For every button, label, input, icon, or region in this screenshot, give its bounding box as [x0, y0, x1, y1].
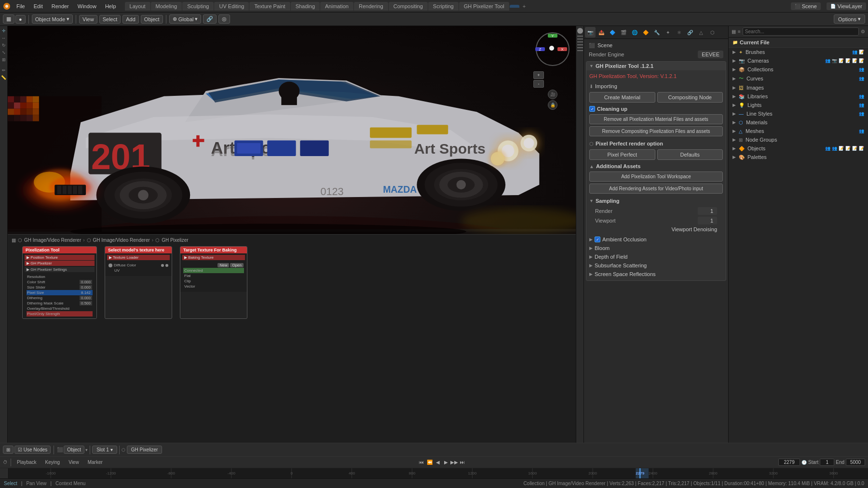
- cleaning-checkbox[interactable]: ✓: [589, 106, 595, 112]
- editor-type-icon[interactable]: ⊞: [3, 446, 14, 454]
- viewport[interactable]: 201 Art Sports Art Sports MAZDA: [8, 26, 576, 234]
- dof-header[interactable]: ▶ Depth of Field: [589, 252, 723, 261]
- viewport-denoising-btn[interactable]: Viewport Denoising: [671, 226, 717, 232]
- remove-compositing-btn[interactable]: Remove Compositing Pixelization Files an…: [589, 126, 723, 136]
- additional-assets-header[interactable]: ▲ Additional Assets: [589, 162, 723, 171]
- tab-gh-pixelizer-tool[interactable]: [510, 5, 519, 8]
- transform-tool-icon[interactable]: ⊞: [1, 57, 7, 63]
- properties-constraints-icon[interactable]: 🔗: [685, 27, 695, 38]
- cleaning-header[interactable]: ✓ Cleaning up: [589, 105, 723, 113]
- properties-scene-icon[interactable]: 🎬: [618, 27, 629, 38]
- properties-data-icon[interactable]: △: [696, 27, 706, 38]
- sidebar-toggle-btn[interactable]: [577, 28, 583, 34]
- sidebar-icon-4[interactable]: [577, 44, 583, 45]
- create-material-btn[interactable]: Create Material: [589, 92, 655, 103]
- outliner-meshes[interactable]: ▶ △ Meshes 👥: [729, 127, 868, 135]
- properties-output-icon[interactable]: 📤: [596, 27, 607, 38]
- pixel-perfect-btn[interactable]: Pixel Perfect: [589, 149, 655, 160]
- filter-icon[interactable]: ≡: [738, 29, 741, 34]
- play-pause-btn[interactable]: ▶: [442, 459, 450, 466]
- ao-checkbox[interactable]: ✓: [595, 237, 600, 242]
- path-segment-1[interactable]: GH Image/Video Renderer: [24, 237, 81, 243]
- outliner-palettes[interactable]: ▶ 🎨 Palettes: [729, 153, 868, 161]
- tab-uv-editing[interactable]: UV Editing: [214, 2, 249, 11]
- gizmo-x-axis[interactable]: X: [557, 47, 567, 51]
- timeline-editor-icon[interactable]: ⏱: [3, 460, 8, 465]
- path-segment-2[interactable]: GH Image/Video Renderer: [93, 237, 150, 243]
- tab-shading[interactable]: Shading: [291, 2, 320, 11]
- zoom-out-btn[interactable]: -: [533, 80, 544, 88]
- view-menu[interactable]: View: [66, 459, 82, 465]
- gizmo-y-axis[interactable]: Y: [548, 34, 557, 38]
- ssr-header[interactable]: ▶ Screen Space Reflections: [589, 270, 723, 278]
- menu-help[interactable]: Help: [101, 2, 120, 10]
- node-pixelization-tool[interactable]: Pixelization Tool ▶ Position Texture ▶ G…: [22, 246, 97, 319]
- view-btn[interactable]: View: [79, 15, 97, 24]
- sss-header[interactable]: ▶ Subsurface Scattering: [589, 261, 723, 270]
- viewport-shading-btn[interactable]: ●: [15, 15, 26, 24]
- start-frame-input[interactable]: 1: [820, 459, 834, 466]
- cursor-tool-icon[interactable]: ✛: [1, 28, 7, 34]
- render-value[interactable]: 1: [698, 207, 717, 215]
- menu-render[interactable]: Render: [48, 2, 73, 10]
- tab-layout[interactable]: Layout: [125, 2, 150, 11]
- scale-tool-icon[interactable]: ⤡: [1, 50, 7, 55]
- sampling-header[interactable]: ▼ Sampling: [589, 197, 723, 205]
- move-tool-icon[interactable]: ↔: [1, 35, 7, 41]
- outliner-node-groups[interactable]: ▶ ⊞ Node Groups: [729, 135, 868, 144]
- view-layer-selector[interactable]: 📄 ViewLayer: [827, 2, 866, 10]
- rotate-tool-icon[interactable]: ↻: [1, 42, 7, 48]
- properties-modifiers-icon[interactable]: 🔧: [651, 27, 662, 38]
- tab-compositing[interactable]: Compositing: [389, 2, 428, 11]
- marker-menu[interactable]: Marker: [85, 459, 106, 465]
- gizmo-center[interactable]: [549, 46, 554, 51]
- lock-camera-btn[interactable]: 🔒: [548, 100, 557, 110]
- tab-modeling[interactable]: Modeling: [151, 2, 182, 11]
- outliner-filter-icon[interactable]: ⚙: [861, 29, 865, 34]
- viewport-value[interactable]: 1: [698, 217, 717, 224]
- transform-global-selector[interactable]: ⊕ Global ▾: [169, 14, 202, 24]
- outliner-libraries[interactable]: ▶ 📚 Libraries 👥: [729, 92, 868, 101]
- object-mode-selector[interactable]: Object Mode ▾: [32, 14, 73, 24]
- playback-menu[interactable]: Playback: [14, 459, 40, 465]
- measure-tool-icon[interactable]: 📏: [1, 75, 7, 80]
- outliner-line-styles[interactable]: ▶ — Line Styles 👥: [729, 109, 868, 118]
- outliner-materials[interactable]: ▶ ⬡ Materials: [729, 118, 868, 127]
- timeline-ruler[interactable]: -1600 -1200 -800 -400 0 400 800 1200: [8, 468, 868, 478]
- sidebar-icon-1[interactable]: [577, 36, 583, 37]
- add-btn[interactable]: Add: [122, 15, 139, 24]
- material-name[interactable]: GH Pixelizer: [127, 446, 163, 454]
- proportional-edit-btn[interactable]: ◎: [218, 14, 230, 24]
- zoom-in-btn[interactable]: +: [533, 71, 544, 79]
- options-button[interactable]: Options ▾: [834, 14, 865, 24]
- render-engine-value[interactable]: EEVEE: [698, 51, 723, 58]
- current-frame-display[interactable]: 2279: [778, 459, 800, 466]
- path-segment-3[interactable]: GH Pixelizer: [162, 237, 189, 243]
- scene-selector[interactable]: ⬛ Scene: [791, 2, 821, 10]
- outliner-lights[interactable]: ▶ 💡 Lights 👥: [729, 101, 868, 109]
- sidebar-icon-6[interactable]: [577, 50, 583, 51]
- remove-all-btn[interactable]: Remove all Pixelization Material Files a…: [589, 114, 723, 124]
- step-back-btn[interactable]: ◀: [434, 459, 442, 466]
- ambient-occlusion-header[interactable]: ▶ ✓ Ambient Occlusion: [589, 235, 723, 244]
- properties-material-icon[interactable]: ⬡: [707, 27, 718, 38]
- jump-start-btn[interactable]: ⏮: [418, 459, 425, 466]
- outliner-curves[interactable]: ▶ 〜 Curves 👥: [729, 74, 868, 83]
- node-target-texture[interactable]: Target Texture For Baking ▶ Baking Textu…: [180, 246, 247, 319]
- outliner-brushes[interactable]: ▶ ✦ Brushes 👥 📝: [729, 48, 868, 56]
- outliner-cameras[interactable]: ▶ 📷 Cameras 👥 📷 📝 📝 📝 📝: [729, 56, 868, 65]
- use-nodes-toggle[interactable]: ☑ Use Nodes: [14, 446, 51, 454]
- sidebar-icon-3[interactable]: [577, 41, 583, 42]
- outliner-type-icon[interactable]: ▦: [732, 29, 736, 34]
- tab-texture-paint[interactable]: Texture Paint: [249, 2, 290, 11]
- properties-object-icon[interactable]: 🔶: [640, 27, 651, 38]
- end-frame-input[interactable]: 5000: [846, 459, 865, 466]
- properties-physics-icon[interactable]: ⚛: [674, 27, 684, 38]
- properties-particles-icon[interactable]: ✦: [663, 27, 673, 38]
- properties-view-layer-icon[interactable]: 🔷: [607, 27, 618, 38]
- jump-end-btn[interactable]: ⏭: [459, 459, 466, 466]
- sidebar-icon-2[interactable]: [577, 39, 583, 40]
- sidebar-icon-5[interactable]: [577, 47, 583, 48]
- gizmo-z-axis[interactable]: Z: [535, 47, 545, 51]
- properties-render-icon[interactable]: 📷: [585, 27, 596, 38]
